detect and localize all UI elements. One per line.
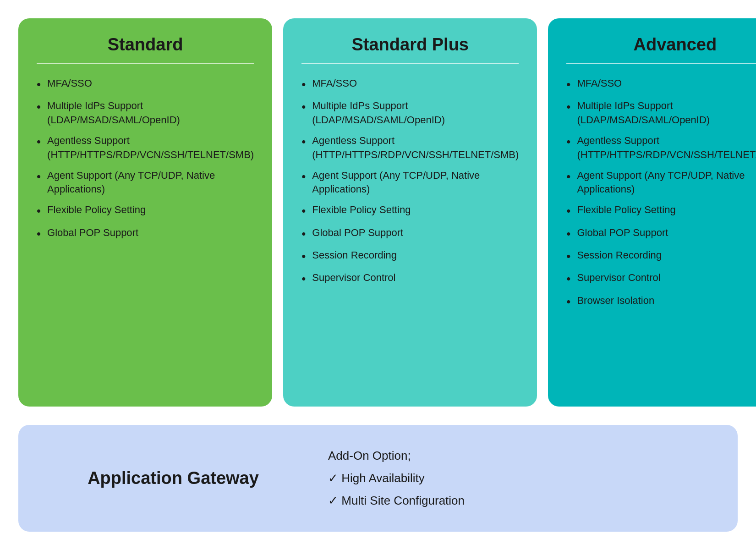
list-item: Agentless Support (HTTP/HTTPS/RDP/VCN/SS… bbox=[37, 134, 254, 162]
plans-section: StandardMFA/SSOMultiple IdPs Support (LD… bbox=[18, 18, 738, 407]
plan-divider-advanced bbox=[566, 63, 756, 64]
list-item: Multiple IdPs Support (LDAP/MSAD/SAML/Op… bbox=[37, 99, 254, 127]
plan-features-standard: MFA/SSOMultiple IdPs Support (LDAP/MSAD/… bbox=[37, 77, 254, 248]
list-item: Agentless Support (HTTP/HTTPS/RDP/VCN/SS… bbox=[566, 134, 756, 162]
plan-divider-standard bbox=[37, 63, 254, 64]
list-item: MFA/SSO bbox=[566, 77, 756, 93]
plan-title-advanced: Advanced bbox=[566, 35, 756, 55]
list-item: Global POP Support bbox=[37, 226, 254, 242]
list-item: Flexible Policy Setting bbox=[566, 203, 756, 219]
plan-title-standard-plus: Standard Plus bbox=[301, 35, 519, 55]
plan-title-standard: Standard bbox=[37, 35, 254, 55]
list-item: Agent Support (Any TCP/UDP, Native Appli… bbox=[566, 169, 756, 197]
plan-card-standard-plus: Standard PlusMFA/SSOMultiple IdPs Suppor… bbox=[283, 18, 537, 407]
list-item: Supervisor Control bbox=[566, 271, 756, 287]
plan-divider-standard-plus bbox=[301, 63, 519, 64]
gateway-feature-msc: ✓ Multi Site Configuration bbox=[328, 492, 710, 510]
list-item: Agentless Support (HTTP/HTTPS/RDP/VCN/SS… bbox=[301, 134, 519, 162]
plan-features-standard-plus: MFA/SSOMultiple IdPs Support (LDAP/MSAD/… bbox=[301, 77, 519, 294]
plan-card-standard: StandardMFA/SSOMultiple IdPs Support (LD… bbox=[18, 18, 272, 407]
gateway-addon-label: Add-On Option; bbox=[328, 447, 710, 465]
list-item: MFA/SSO bbox=[301, 77, 519, 93]
gateway-section: Application Gateway Add-On Option; ✓ Hig… bbox=[18, 425, 738, 532]
list-item: Browser Isolation bbox=[566, 294, 756, 310]
list-item: Global POP Support bbox=[566, 226, 756, 242]
list-item: Multiple IdPs Support (LDAP/MSAD/SAML/Op… bbox=[301, 99, 519, 127]
list-item: Multiple IdPs Support (LDAP/MSAD/SAML/Op… bbox=[566, 99, 756, 127]
list-item: Flexible Policy Setting bbox=[301, 203, 519, 219]
gateway-features: Add-On Option; ✓ High Availability ✓ Mul… bbox=[328, 447, 710, 510]
list-item: MFA/SSO bbox=[37, 77, 254, 93]
list-item: Agent Support (Any TCP/UDP, Native Appli… bbox=[37, 169, 254, 197]
list-item: Flexible Policy Setting bbox=[37, 203, 254, 219]
list-item: Agent Support (Any TCP/UDP, Native Appli… bbox=[301, 169, 519, 197]
list-item: Session Recording bbox=[566, 248, 756, 264]
list-item: Session Recording bbox=[301, 248, 519, 264]
plan-features-advanced: MFA/SSOMultiple IdPs Support (LDAP/MSAD/… bbox=[566, 77, 756, 316]
plan-card-advanced: AdvancedMFA/SSOMultiple IdPs Support (LD… bbox=[548, 18, 756, 407]
gateway-title: Application Gateway bbox=[46, 468, 301, 488]
list-item: Global POP Support bbox=[301, 226, 519, 242]
gateway-feature-ha: ✓ High Availability bbox=[328, 469, 710, 487]
list-item: Supervisor Control bbox=[301, 271, 519, 287]
